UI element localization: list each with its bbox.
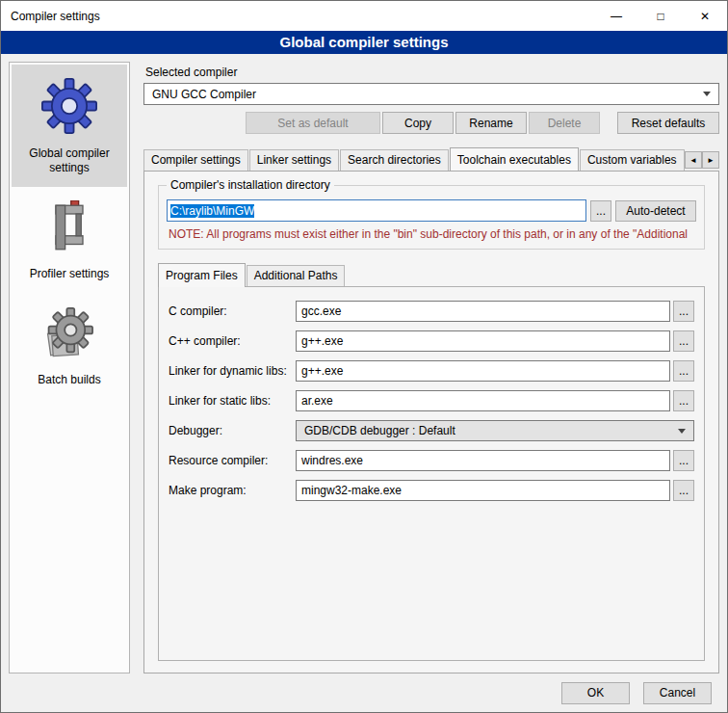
tab-linker-settings[interactable]: Linker settings (249, 149, 339, 171)
minimize-button[interactable]: — (594, 1, 638, 31)
tab-toolchain-executables[interactable]: Toolchain executables (450, 147, 579, 171)
tab-compiler-settings[interactable]: Compiler settings (143, 149, 248, 171)
dialog-footer: OK Cancel (1, 673, 727, 712)
installation-directory-row: C:\raylib\MinGW ... Auto-detect (167, 199, 696, 222)
arrow-left-icon: ◄ (689, 156, 697, 165)
compiler-buttons-row: Set as default Copy Rename Delete Reset … (143, 112, 719, 134)
cpp-compiler-input[interactable] (296, 330, 670, 352)
copy-button[interactable]: Copy (382, 112, 454, 134)
selected-compiler-value: GNU GCC Compiler (152, 88, 697, 101)
selected-compiler-dropdown[interactable]: GNU GCC Compiler (143, 83, 719, 105)
blue-gear-icon (41, 78, 97, 137)
resource-compiler-input[interactable] (296, 450, 670, 471)
resource-compiler-label: Resource compiler: (169, 454, 296, 467)
cpp-compiler-label: C++ compiler: (169, 334, 296, 348)
browse-directory-button[interactable]: ... (590, 200, 611, 222)
linker-dynamic-row: Linker for dynamic libs: ... (169, 360, 694, 382)
delete-button[interactable]: Delete (529, 112, 600, 134)
toolchain-executables-panel: Compiler's installation directory C:\ray… (143, 171, 719, 673)
bin-subdirectory-note: NOTE: All programs must exist either in … (169, 227, 696, 241)
linker-static-row: Linker for static libs: ... (169, 390, 694, 411)
tab-additional-paths[interactable]: Additional Paths (247, 265, 346, 286)
titlebar: Compiler settings — □ ✕ (1, 1, 727, 31)
compiler-settings-window: Compiler settings — □ ✕ Global compiler … (0, 0, 728, 713)
arrow-right-icon: ► (707, 156, 715, 165)
installation-directory-input[interactable]: C:\raylib\MinGW (167, 199, 586, 222)
make-program-browse-button[interactable]: ... (673, 480, 694, 501)
resource-compiler-row: Resource compiler: ... (169, 450, 694, 471)
linker-static-label: Linker for static libs: (169, 394, 296, 408)
chevron-down-icon (703, 92, 711, 96)
debugger-row: Debugger: GDB/CDB debugger : Default (169, 420, 694, 441)
linker-dynamic-browse-button[interactable]: ... (673, 360, 694, 382)
clamp-tool-icon (45, 200, 93, 257)
installation-directory-value: C:\raylib\MinGW (170, 204, 254, 218)
linker-static-browse-button[interactable]: ... (673, 390, 694, 411)
window-title: Compiler settings (1, 10, 594, 23)
close-icon: ✕ (700, 10, 710, 23)
cpp-compiler-browse-button[interactable]: ... (673, 330, 694, 352)
selected-compiler-label: Selected compiler (145, 66, 719, 79)
sidebar-item-label: Profiler settings (30, 267, 110, 281)
program-files-section: Program Files Additional Paths C compile… (158, 263, 705, 661)
make-program-input[interactable] (296, 480, 670, 501)
linker-dynamic-input[interactable] (296, 360, 670, 382)
sidebar-item-batch-builds[interactable]: Batch builds (12, 293, 127, 399)
make-program-label: Make program: (169, 484, 296, 497)
sidebar-item-label: Global compiler settings (15, 146, 123, 175)
installation-directory-title: Compiler's installation directory (167, 178, 334, 192)
chevron-down-icon (678, 429, 686, 434)
maximize-icon: □ (657, 10, 663, 23)
c-compiler-row: C compiler: ... (169, 301, 694, 322)
debugger-dropdown[interactable]: GDB/CDB debugger : Default (296, 420, 694, 441)
c-compiler-browse-button[interactable]: ... (673, 301, 694, 322)
tab-strip: Compiler settings Linker settings Search… (143, 147, 685, 171)
minimize-icon: — (611, 10, 622, 23)
resource-compiler-browse-button[interactable]: ... (673, 450, 694, 471)
tab-program-files[interactable]: Program Files (158, 263, 246, 287)
make-program-row: Make program: ... (169, 480, 694, 501)
close-button[interactable]: ✕ (683, 1, 727, 31)
debugger-label: Debugger: (169, 424, 296, 437)
debugger-value: GDB/CDB debugger : Default (304, 424, 672, 437)
sub-tab-bar: Program Files Additional Paths (158, 263, 705, 286)
settings-sidebar: Global compiler settings Profiler settin… (9, 62, 130, 673)
tab-scroll-right-button[interactable]: ► (702, 151, 719, 169)
rename-button[interactable]: Rename (455, 112, 527, 134)
linker-dynamic-label: Linker for dynamic libs: (169, 364, 296, 378)
sidebar-item-label: Batch builds (38, 373, 100, 387)
cpp-compiler-row: C++ compiler: ... (169, 330, 694, 352)
dialog-header: Global compiler settings (1, 31, 727, 54)
auto-detect-button[interactable]: Auto-detect (615, 200, 696, 222)
ok-button[interactable]: OK (561, 682, 630, 704)
main-tab-bar: Compiler settings Linker settings Search… (143, 147, 719, 171)
tab-scroll-left-button[interactable]: ◄ (685, 151, 702, 169)
tab-scroll-controls: ◄ ► (685, 151, 719, 169)
c-compiler-input[interactable] (296, 301, 670, 322)
installation-directory-groupbox: Compiler's installation directory C:\ray… (158, 185, 705, 250)
tab-custom-variables[interactable]: Custom variables (580, 149, 685, 171)
dialog-body: Global compiler settings Profiler settin… (1, 54, 727, 673)
sidebar-item-global-compiler-settings[interactable]: Global compiler settings (12, 65, 127, 187)
c-compiler-label: C compiler: (169, 304, 296, 318)
main-content: Selected compiler GNU GCC Compiler Set a… (143, 62, 719, 673)
reset-defaults-button[interactable]: Reset defaults (617, 112, 719, 134)
maximize-button[interactable]: □ (638, 1, 683, 31)
cancel-button[interactable]: Cancel (643, 682, 712, 704)
tab-search-directories[interactable]: Search directories (340, 149, 449, 171)
program-files-panel: C compiler: ... C++ compiler: ... Linker… (158, 286, 705, 661)
gray-gear-stack-icon (42, 306, 96, 363)
set-as-default-button[interactable]: Set as default (246, 112, 380, 134)
sidebar-item-profiler-settings[interactable]: Profiler settings (12, 187, 127, 293)
linker-static-input[interactable] (296, 390, 670, 411)
